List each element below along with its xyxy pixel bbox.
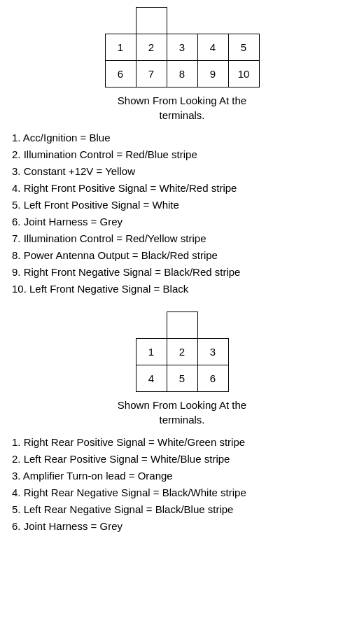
list-item: 4. Right Rear Negative Signal = Black/Wh… <box>10 484 357 501</box>
connector-table-2: 1 2 3 4 5 6 <box>136 312 229 392</box>
list-item: 4. Right Front Positive Signal = White/R… <box>10 180 357 197</box>
cell-7: 7 <box>136 61 167 88</box>
list-item: 3. Constant +12V = Yellow <box>10 163 357 180</box>
cell-1: 1 <box>105 34 136 61</box>
cell-s2-4: 4 <box>136 365 167 392</box>
caption-2: Shown From Looking At theterminals. <box>7 398 357 427</box>
list-item: 6. Joint Harness = Grey <box>10 518 357 535</box>
cell-s2-2: 2 <box>167 339 197 365</box>
notch-tab <box>136 8 167 34</box>
notch-empty-2 <box>167 8 197 34</box>
list-item: 7. Illumination Control = Red/Yellow str… <box>10 230 357 247</box>
section-2: 1 2 3 4 5 6 Shown From Looking At theter… <box>7 312 357 535</box>
list-item: 5. Left Front Positive Signal = White <box>10 197 357 214</box>
table-wrapper-1: 1 2 3 4 5 6 7 8 9 10 <box>7 7 357 88</box>
cell-4: 4 <box>197 34 228 61</box>
cell-s2-1: 1 <box>136 339 167 365</box>
connector-table-1: 1 2 3 4 5 6 7 8 9 10 <box>105 7 260 88</box>
pin-list-1: 1. Acc/Ignition = Blue 2. Illumination C… <box>7 130 357 298</box>
cell-s2-3: 3 <box>197 339 228 365</box>
list-item: 9. Right Front Negative Signal = Black/R… <box>10 264 357 281</box>
table-wrapper-2: 1 2 3 4 5 6 <box>7 312 357 392</box>
cell-10: 10 <box>228 61 259 88</box>
caption-1: Shown From Looking At theterminals. <box>7 93 357 122</box>
list-item: 1. Acc/Ignition = Blue <box>10 130 357 146</box>
list-item: 2. Left Rear Positive Signal = White/Blu… <box>10 451 357 468</box>
cell-2: 2 <box>136 34 167 61</box>
cell-5: 5 <box>228 34 259 61</box>
notch-row-2 <box>136 312 228 339</box>
notch-empty-4 <box>228 8 259 34</box>
list-item: 3. Amplifier Turn-on lead = Orange <box>10 468 357 484</box>
notch-empty-6 <box>197 312 228 339</box>
table-row: 1 2 3 4 5 <box>105 34 259 61</box>
list-item: 1. Right Rear Positive Signal = White/Gr… <box>10 434 357 451</box>
cell-9: 9 <box>197 61 228 88</box>
list-item: 8. Power Antenna Output = Black/Red stri… <box>10 247 357 264</box>
list-item: 10. Left Front Negative Signal = Black <box>10 281 357 298</box>
notch-row <box>105 8 259 34</box>
notch-tab-2 <box>167 312 197 339</box>
section-1: 1 2 3 4 5 6 7 8 9 10 Shown From Looking … <box>7 7 357 298</box>
notch-empty-5 <box>136 312 167 339</box>
list-item: 2. Illumination Control = Red/Blue strip… <box>10 146 357 163</box>
list-item: 6. Joint Harness = Grey <box>10 214 357 230</box>
table-row: 1 2 3 <box>136 339 228 365</box>
notch-empty-1 <box>105 8 136 34</box>
cell-8: 8 <box>167 61 197 88</box>
pin-list-2: 1. Right Rear Positive Signal = White/Gr… <box>7 434 357 535</box>
list-item: 5. Left Rear Negative Signal = Black/Blu… <box>10 501 357 518</box>
table-row: 6 7 8 9 10 <box>105 61 259 88</box>
table-row: 4 5 6 <box>136 365 228 392</box>
cell-6: 6 <box>105 61 136 88</box>
cell-s2-5: 5 <box>167 365 197 392</box>
notch-empty-3 <box>197 8 228 34</box>
cell-3: 3 <box>167 34 197 61</box>
cell-s2-6: 6 <box>197 365 228 392</box>
